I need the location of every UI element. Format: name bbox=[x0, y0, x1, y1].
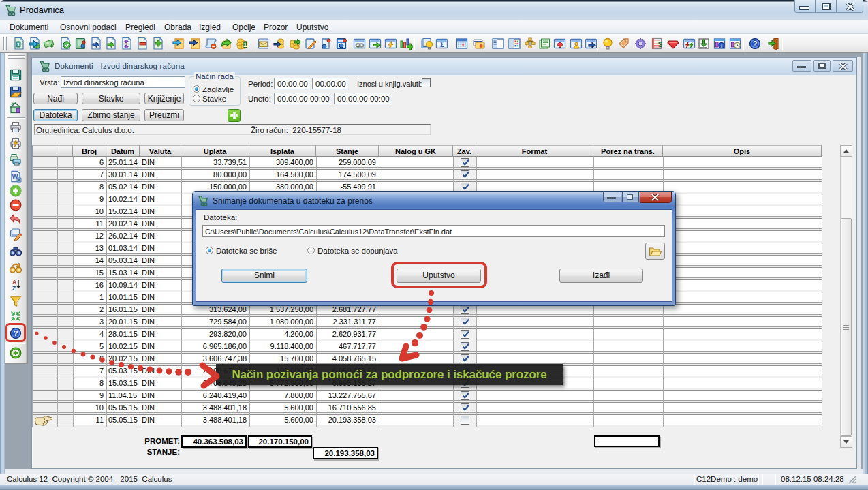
svg-text:1: 1 bbox=[17, 42, 20, 48]
svg-text:?: ? bbox=[753, 40, 758, 48]
svg-text:Σ: Σ bbox=[440, 41, 444, 48]
svg-text:Z: Z bbox=[12, 285, 16, 292]
svg-text:$: $ bbox=[658, 40, 662, 48]
svg-text:1: 1 bbox=[243, 42, 247, 48]
svg-text:i: i bbox=[721, 43, 722, 49]
